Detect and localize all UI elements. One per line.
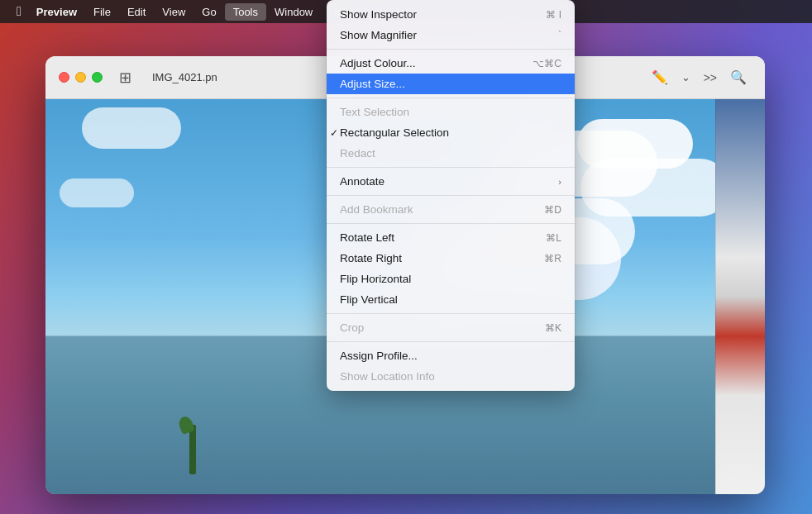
menu-item-flip-vertical[interactable]: Flip Vertical bbox=[327, 289, 575, 310]
cloud-5 bbox=[60, 178, 134, 207]
rotate-right-shortcut: ⌘R bbox=[544, 253, 561, 264]
rotate-left-label: Rotate Left bbox=[340, 231, 394, 244]
menu-item-adjust-size[interactable]: Adjust Size... bbox=[327, 74, 575, 94]
menu-item-rotate-right[interactable]: Rotate Right ⌘R bbox=[327, 248, 575, 269]
close-button[interactable] bbox=[59, 72, 69, 83]
separator-4 bbox=[327, 195, 575, 196]
adjust-colour-shortcut: ⌥⌘C bbox=[533, 58, 561, 69]
pencil-button[interactable]: ✏️ bbox=[647, 66, 673, 88]
menu-item-text-selection: Text Selection bbox=[327, 102, 575, 122]
menubar-edit[interactable]: Edit bbox=[119, 3, 154, 21]
sidebar-toggle-button[interactable]: ⊞ bbox=[119, 69, 142, 86]
menu-item-flip-horizontal[interactable]: Flip Horizontal bbox=[327, 269, 575, 289]
menubar-tools[interactable]: Tools bbox=[225, 3, 266, 21]
menu-item-show-magnifier[interactable]: Show Magnifier ` bbox=[327, 25, 575, 45]
apple-menu[interactable]:  bbox=[10, 2, 28, 21]
search-button[interactable]: 🔍 bbox=[725, 66, 752, 88]
cloud-4 bbox=[82, 107, 181, 149]
separator-1 bbox=[327, 49, 575, 50]
show-magnifier-shortcut: ` bbox=[558, 30, 561, 41]
adjust-colour-label: Adjust Colour... bbox=[340, 57, 416, 69]
crop-shortcut: ⌘K bbox=[545, 322, 561, 334]
separator-5 bbox=[327, 223, 575, 224]
menu-item-adjust-colour[interactable]: Adjust Colour... ⌥⌘C bbox=[327, 53, 575, 74]
crop-label: Crop bbox=[340, 321, 364, 334]
show-magnifier-label: Show Magnifier bbox=[340, 29, 417, 41]
menu-item-add-bookmark: Add Bookmark ⌘D bbox=[327, 199, 575, 220]
menubar-preview[interactable]: Preview bbox=[28, 3, 85, 21]
submenu-arrow-icon: › bbox=[558, 177, 561, 187]
text-selection-label: Text Selection bbox=[340, 106, 409, 118]
menu-item-redact: Redact bbox=[327, 143, 575, 164]
separator-7 bbox=[327, 341, 575, 342]
add-bookmark-label: Add Bookmark bbox=[340, 203, 413, 216]
show-location-info-label: Show Location Info bbox=[340, 370, 435, 383]
rotate-left-shortcut: ⌘L bbox=[546, 232, 561, 244]
assign-profile-label: Assign Profile... bbox=[340, 350, 418, 362]
more-tools-button[interactable]: >> bbox=[699, 68, 722, 88]
menubar-view[interactable]: View bbox=[154, 3, 193, 21]
menu-item-assign-profile[interactable]: Assign Profile... bbox=[327, 345, 575, 366]
add-bookmark-shortcut: ⌘D bbox=[544, 204, 561, 216]
menubar-go[interactable]: Go bbox=[193, 3, 224, 21]
separator-3 bbox=[327, 167, 575, 168]
menu-item-rotate-left[interactable]: Rotate Left ⌘L bbox=[327, 227, 575, 248]
minimize-button[interactable] bbox=[75, 72, 86, 83]
traffic-lights bbox=[59, 72, 103, 83]
menu-item-annotate[interactable]: Annotate › bbox=[327, 171, 575, 192]
rectangular-selection-label: Rectangular Selection bbox=[340, 126, 449, 139]
menubar-file[interactable]: File bbox=[85, 3, 119, 21]
menu-item-show-inspector[interactable]: Show Inspector ⌘ I bbox=[327, 4, 575, 25]
flip-horizontal-label: Flip Horizontal bbox=[340, 273, 411, 285]
flip-vertical-label: Flip Vertical bbox=[340, 293, 398, 306]
menu-item-show-location-info: Show Location Info bbox=[327, 366, 575, 387]
menu-item-rectangular-selection[interactable]: ✓ Rectangular Selection bbox=[327, 122, 575, 143]
show-inspector-label: Show Inspector bbox=[340, 8, 417, 21]
maximize-button[interactable] bbox=[92, 72, 103, 83]
chevron-down-button[interactable]: ⌄ bbox=[676, 68, 695, 87]
plant-silhouette bbox=[189, 425, 196, 474]
separator-2 bbox=[327, 98, 575, 98]
redact-label: Redact bbox=[340, 147, 375, 159]
show-inspector-shortcut: ⌘ I bbox=[546, 9, 561, 21]
adjust-size-label: Adjust Size... bbox=[340, 78, 405, 90]
checkmark-icon: ✓ bbox=[330, 127, 338, 139]
right-decorative-shape bbox=[715, 99, 765, 494]
menubar-window[interactable]: Window bbox=[266, 3, 321, 21]
menu-item-crop: Crop ⌘K bbox=[327, 317, 575, 338]
annotate-label: Annotate bbox=[340, 175, 385, 188]
toolbar-actions: ✏️ ⌄ >> 🔍 bbox=[647, 66, 752, 88]
tools-dropdown-menu: Show Inspector ⌘ I Show Magnifier ` Adju… bbox=[327, 0, 575, 391]
rotate-right-label: Rotate Right bbox=[340, 252, 402, 264]
separator-6 bbox=[327, 313, 575, 314]
